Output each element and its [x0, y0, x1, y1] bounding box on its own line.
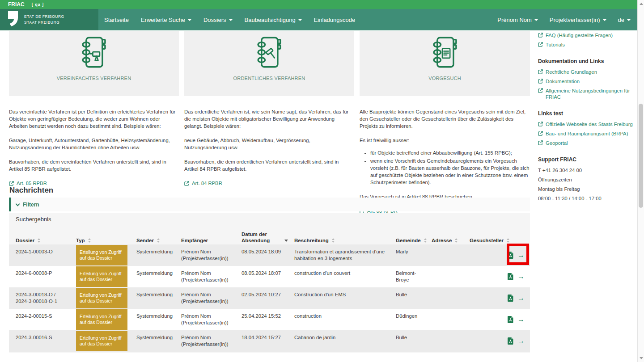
sidebar-link-tutorials[interactable]: Tutorials	[538, 42, 633, 48]
sidebar-heading-dokumentation: Dokumentation und Links	[538, 58, 633, 64]
external-link-icon	[538, 140, 543, 145]
external-link-icon	[538, 88, 543, 93]
column-header-typ[interactable]: Typ	[76, 237, 136, 244]
sidebar-link-geoportal[interactable]: Geoportal	[538, 140, 633, 146]
status-badge: Erteilung von Zugriff auf das Dossier	[76, 245, 127, 265]
table-row[interactable]: 2024-3-00016-S Erteilung von Zugriff auf…	[9, 330, 530, 352]
pdf-download-icon[interactable]	[508, 316, 513, 323]
scrollbar[interactable]	[637, 0, 644, 362]
paragraph: Bauvorhaben, die dem ordentlichen Verfah…	[184, 158, 353, 173]
external-link-icon	[538, 33, 543, 38]
link-art-84-rpbr[interactable]: Art. 84 RPBR	[184, 180, 222, 187]
sort-icon[interactable]	[38, 238, 40, 243]
cell-adresse	[432, 287, 470, 309]
environment-bar: FRIAC [ qa ]	[0, 0, 644, 9]
sidebar-link-faq[interactable]: FAQ (Häufig gestellte Fragen)	[538, 32, 633, 38]
paragraph: Das ordentliche Verfahren ist, wie sein …	[184, 108, 353, 130]
text-vereinfachtes-verfahren: Das vereinfachte Verfahren ist per Defin…	[9, 108, 177, 188]
sort-icon[interactable]	[88, 238, 91, 243]
cell-typ: Erteilung von Zugriff auf das Dossier	[76, 287, 136, 309]
chevron-down-icon	[298, 19, 302, 21]
logo-text: ETAT DE FRIBOURG STAAT FREIBURG	[24, 14, 64, 25]
external-link-icon	[9, 181, 14, 186]
filter-toggle[interactable]: Filtern	[9, 198, 530, 211]
cell-datum: 18.04.2024 15:27	[242, 330, 294, 352]
scrollbar-thumb[interactable]	[639, 104, 643, 208]
sort-icon[interactable]	[332, 238, 335, 243]
cell-dossier: 2024-3-00018-O / 2024-3-00018-O-1	[16, 287, 76, 309]
sidebar-link-rechtliche-grundlagen[interactable]: Rechtliche Grundlagen	[538, 69, 633, 75]
cell-gesuchsteller	[470, 330, 508, 352]
sidebar-link-dokumentation[interactable]: Dokumentation	[538, 78, 633, 84]
sidebar-link-brpa[interactable]: Bau- und Raumplanungsamt (BRPA)	[538, 130, 633, 137]
column-header-empfaenger[interactable]: Empfänger	[181, 237, 242, 244]
sort-icon[interactable]	[455, 238, 458, 243]
table-row[interactable]: 2024-1-00003-O Erteilung von Zugriff auf…	[9, 244, 530, 266]
pdf-download-icon[interactable]	[508, 273, 513, 280]
nav-item-einladungscode[interactable]: Einladungscode	[314, 17, 356, 23]
column-header-beschreibung[interactable]: Beschreibung	[294, 237, 396, 244]
list-item: für Objekte betreffend einer Abbaubewill…	[370, 149, 530, 156]
card-ordentliches-verfahren[interactable]: ORDENTLICHES VERFAHREN	[184, 31, 354, 96]
open-dossier-arrow-icon[interactable]: →	[517, 337, 525, 345]
table-row[interactable]: 2024-6-00008-P Erteilung von Zugriff auf…	[9, 266, 530, 287]
cell-adresse	[432, 309, 470, 330]
sidebar-heading-support: Support FRIAC	[538, 156, 633, 163]
cell-typ: Erteilung von Zugriff auf das Dossier	[76, 244, 136, 266]
sort-descending-icon[interactable]	[284, 240, 288, 242]
cell-empfaenger: Prénom Nom(Projektverfasser(in))	[181, 266, 242, 287]
pdf-download-icon[interactable]	[508, 337, 513, 345]
cell-datum: 08.05.2024 18:09	[242, 244, 294, 266]
column-header-adresse[interactable]: Adresse	[432, 237, 470, 244]
column-header-datum[interactable]: Datum der Absendung	[242, 231, 294, 244]
main-navbar: ETAT DE FRIBOURG STAAT FREIBURG Startsei…	[0, 9, 644, 30]
nav-item-erweiterte-suche[interactable]: Erweiterte Suche	[141, 17, 191, 23]
cell-gesuchsteller	[470, 287, 508, 309]
paragraph: Es ist freiwillig ausser:	[360, 137, 530, 144]
sort-icon[interactable]	[157, 238, 160, 243]
notebook-checklist-icon	[426, 33, 464, 72]
chevron-down-icon	[188, 19, 191, 21]
table-row[interactable]: 2024-2-00015-S Erteilung von Zugriff auf…	[9, 309, 530, 330]
sort-icon[interactable]	[424, 238, 427, 243]
paragraph: Bauvorhaben, die dem vereinfachten Verfa…	[9, 158, 177, 173]
nav-item-baubeaufsichtigung[interactable]: Baubeaufsichtigung	[245, 17, 302, 23]
cell-actions: →	[508, 266, 530, 287]
open-dossier-arrow-icon[interactable]: →	[517, 273, 525, 280]
nav-item-startseite[interactable]: Startseite	[104, 17, 129, 23]
column-header-sender[interactable]: Sender	[136, 237, 181, 244]
app-brand: FRIAC	[8, 1, 25, 8]
card-vorgesuch[interactable]: VORGESUCH	[360, 31, 530, 96]
nav-item-dossiers[interactable]: Dossiers	[203, 17, 233, 23]
open-dossier-arrow-icon[interactable]: →	[517, 295, 525, 302]
user-menu[interactable]: Prénom Nom	[497, 17, 538, 23]
column-header-gesuchsteller[interactable]: Gesuchsteller	[470, 237, 508, 244]
column-header-dossier[interactable]: Dossier	[16, 237, 76, 244]
card-vereinfachtes-verfahren[interactable]: VEREINFACHTES VERFAHREN	[9, 31, 179, 96]
state-logo[interactable]: ETAT DE FRIBOURG STAAT FREIBURG	[0, 9, 98, 30]
chevron-down-icon	[603, 19, 606, 21]
fribourg-logo-icon	[7, 11, 19, 28]
cell-datum: 08.05.2024 18:07	[242, 266, 294, 287]
external-link-icon	[538, 79, 543, 84]
cell-sender: Systemmeldung	[136, 266, 181, 287]
sort-icon[interactable]	[507, 238, 509, 243]
sidebar-link-nutzungsbedingungen[interactable]: Allgemeine Nutzungsbedingungen für FRIAC	[538, 88, 633, 100]
cell-beschreibung: Transformation et agrandissement d'une h…	[294, 244, 396, 266]
support-days: Montag bis Freitag	[538, 186, 633, 192]
column-header-gemeinde[interactable]: Gemeinde	[396, 237, 432, 244]
sidebar-link-webseite-freiburg[interactable]: Offizielle Webseite des Staats Freiburg	[538, 121, 633, 127]
scroll-up-icon[interactable]	[640, 3, 643, 5]
language-menu[interactable]: de	[618, 17, 631, 23]
cell-dossier: 2024-1-00003-O	[16, 244, 76, 266]
pdf-download-icon[interactable]	[508, 295, 513, 302]
open-dossier-arrow-icon[interactable]: →	[517, 316, 525, 323]
cell-dossier: 2024-6-00008-P	[16, 266, 76, 287]
table-row[interactable]: 2024-3-00018-O / 2024-3-00018-O-1 Erteil…	[9, 287, 530, 309]
scroll-down-icon[interactable]	[640, 357, 643, 359]
role-menu[interactable]: Projektverfasser(in)	[550, 17, 606, 23]
vorgesuch-exceptions-list: für Objekte betreffend einer Abbaubewill…	[360, 149, 530, 186]
cell-datum: 02.05.2024 10:27	[242, 287, 294, 309]
table-header: Dossier Typ Sender Empfänger Datum der A…	[9, 226, 530, 244]
text-ordentliches-verfahren: Das ordentliche Verfahren ist, wie sein …	[184, 108, 353, 188]
